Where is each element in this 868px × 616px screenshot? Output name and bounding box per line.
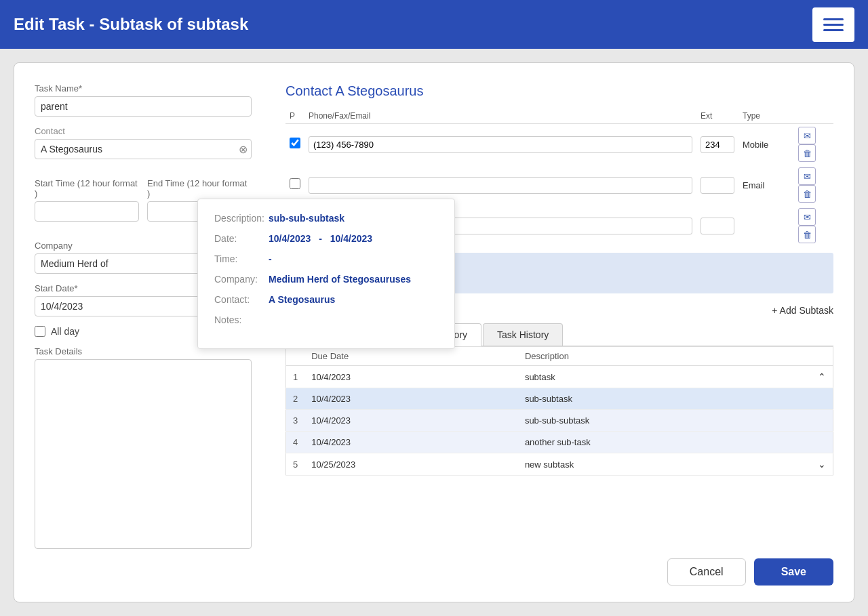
start-time-field: Start Time (12 hour format ) bbox=[35, 178, 139, 231]
header: Edit Task - Subtask of subtask bbox=[0, 0, 868, 49]
tooltip-description-value: sub-sub-subtask bbox=[269, 213, 344, 224]
tooltip-date-from: 10/4/2023 bbox=[269, 233, 311, 244]
history-num-2: 2 bbox=[286, 388, 305, 410]
contact-section-title: Contact A Stegosaurus bbox=[285, 83, 833, 99]
history-date-2: 10/4/2023 bbox=[304, 388, 518, 410]
task-details-textarea[interactable] bbox=[35, 359, 252, 549]
col-desc-header: Description bbox=[518, 347, 811, 366]
allday-label: All day bbox=[51, 326, 79, 337]
col-p-header: P bbox=[285, 108, 304, 124]
contact-type-1: Mobile bbox=[738, 124, 793, 165]
history-row-3: 3 10/4/2023 sub-sub-subtask bbox=[286, 410, 833, 432]
contact-field: Contact ⊗ bbox=[35, 126, 252, 169]
history-num-4: 4 bbox=[286, 432, 305, 453]
col-action-header bbox=[811, 347, 833, 366]
history-num-5: 5 bbox=[286, 453, 305, 476]
history-expand-5[interactable]: ⌄ bbox=[818, 459, 826, 470]
tooltip-contact-row: Contact: A Stegosaurus bbox=[214, 294, 438, 305]
start-time-label: Start Time (12 hour format ) bbox=[35, 178, 139, 199]
cancel-button[interactable]: Cancel bbox=[667, 558, 746, 586]
col-due-date-header: Due Date bbox=[304, 347, 518, 366]
contact-row-1: Mobile ✉ 🗑 bbox=[285, 124, 833, 165]
contact-phone-2[interactable] bbox=[309, 177, 692, 194]
page-title: Edit Task - Subtask of subtask bbox=[14, 15, 248, 34]
tooltip-notes-label: Notes: bbox=[214, 314, 269, 325]
col-phone-header: Phone/Fax/Email bbox=[304, 108, 696, 124]
tooltip-date-separator: - bbox=[316, 233, 324, 244]
contact-ext-1[interactable] bbox=[701, 136, 734, 153]
contact-delete-btn-2[interactable]: 🗑 bbox=[798, 185, 816, 203]
contact-type-2: Email bbox=[738, 165, 793, 205]
start-time-input[interactable] bbox=[35, 201, 139, 222]
history-table: Due Date Description 1 10/4/2023 subtask… bbox=[285, 346, 833, 476]
contact-email-btn-2[interactable]: ✉ bbox=[798, 167, 816, 185]
tooltip-company-row: Company: Medium Herd of Stegosauruses bbox=[214, 274, 438, 285]
tooltip-company-value: Medium Herd of Stegosauruses bbox=[269, 274, 411, 285]
contact-ext-2[interactable] bbox=[701, 177, 734, 194]
clear-contact-icon[interactable]: ⊗ bbox=[239, 143, 248, 156]
history-desc-5: new subtask bbox=[518, 453, 811, 476]
history-date-4: 10/4/2023 bbox=[304, 432, 518, 453]
tooltip-description-label: Description: bbox=[214, 213, 269, 224]
history-date-3: 10/4/2023 bbox=[304, 410, 518, 432]
tooltip-contact-value: A Stegosaurus bbox=[269, 294, 335, 305]
contact-row: ⊗ bbox=[35, 139, 252, 159]
task-name-label: Task Name* bbox=[35, 83, 252, 94]
task-name-input[interactable] bbox=[35, 96, 252, 117]
tooltip-popup: Description: sub-sub-subtask Date: 10/4/… bbox=[197, 199, 455, 349]
history-num-3: 3 bbox=[286, 410, 305, 432]
tooltip-date-label: Date: bbox=[214, 233, 269, 244]
history-date-1: 10/4/2023 bbox=[304, 366, 518, 388]
contact-input[interactable] bbox=[35, 139, 252, 159]
history-desc-3: sub-sub-subtask bbox=[518, 410, 811, 432]
col-actions-header bbox=[793, 108, 833, 124]
contact-delete-btn-3[interactable]: 🗑 bbox=[798, 226, 816, 243]
end-time-label: End Time (12 hour format ) bbox=[147, 178, 252, 199]
contact-email-btn-1[interactable]: ✉ bbox=[798, 127, 816, 144]
contact-type-3 bbox=[738, 205, 793, 246]
tooltip-time-label: Time: bbox=[214, 253, 269, 264]
history-expand-1[interactable]: ⌃ bbox=[818, 371, 826, 382]
tooltip-date-to: 10/4/2023 bbox=[330, 233, 372, 244]
allday-checkbox[interactable] bbox=[35, 326, 45, 337]
tab-task-history[interactable]: Task History bbox=[483, 323, 563, 346]
tooltip-description-row: Description: sub-sub-subtask bbox=[214, 213, 438, 224]
hamburger-icon bbox=[818, 13, 849, 37]
contact-primary-2[interactable] bbox=[290, 178, 300, 189]
contact-email-btn-3[interactable]: ✉ bbox=[798, 208, 816, 226]
bottom-buttons: Cancel Save bbox=[667, 558, 833, 586]
tooltip-date-row: Date: 10/4/2023 - 10/4/2023 bbox=[214, 233, 438, 244]
col-type-header: Type bbox=[738, 108, 793, 124]
main-container: Task Name* Contact ⊗ Start Time (12 hour… bbox=[14, 62, 854, 602]
col-num-header bbox=[286, 347, 305, 366]
contact-ext-3[interactable] bbox=[701, 218, 734, 234]
add-subtask-button[interactable]: + Add Subtask bbox=[772, 305, 833, 316]
history-row-5: 5 10/25/2023 new subtask ⌄ bbox=[286, 453, 833, 476]
history-desc-4: another sub-task bbox=[518, 432, 811, 453]
history-row-1: 1 10/4/2023 subtask ⌃ bbox=[286, 366, 833, 388]
tooltip-company-label: Company: bbox=[214, 274, 269, 285]
tooltip-notes-row: Notes: bbox=[214, 314, 438, 325]
contact-delete-btn-1[interactable]: 🗑 bbox=[798, 144, 816, 162]
contact-fields-row: Contact ⊗ bbox=[35, 126, 252, 169]
history-desc-2: sub-subtask bbox=[518, 388, 811, 410]
history-row-4: 4 10/4/2023 another sub-task bbox=[286, 432, 833, 453]
contact-phone-1[interactable] bbox=[309, 136, 692, 153]
history-num-1: 1 bbox=[286, 366, 305, 388]
history-row-2: 2 10/4/2023 sub-subtask bbox=[286, 388, 833, 410]
save-button[interactable]: Save bbox=[754, 558, 833, 586]
history-date-5: 10/25/2023 bbox=[304, 453, 518, 476]
tooltip-time-row: Time: - bbox=[214, 253, 438, 264]
tooltip-time-dash: - bbox=[269, 253, 272, 264]
contact-primary-1[interactable] bbox=[290, 138, 300, 148]
col-ext-header: Ext bbox=[696, 108, 738, 124]
history-desc-1: subtask bbox=[518, 366, 811, 388]
menu-button[interactable] bbox=[812, 7, 854, 42]
contact-label: Contact bbox=[35, 126, 252, 136]
tooltip-contact-label: Contact: bbox=[214, 294, 269, 305]
